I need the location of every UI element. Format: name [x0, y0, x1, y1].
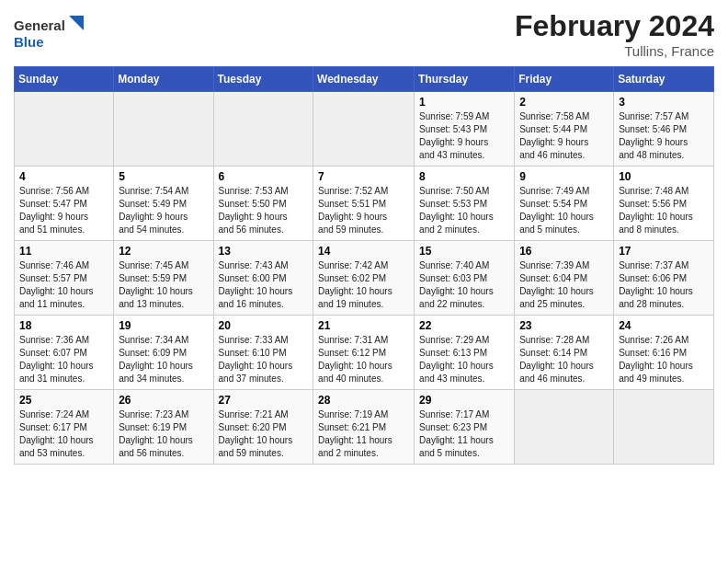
day-info: Sunrise: 7:33 AM Sunset: 6:10 PM Dayligh… — [219, 334, 309, 385]
day-cell: 14Sunrise: 7:42 AM Sunset: 6:02 PM Dayli… — [313, 241, 415, 316]
day-cell: 3Sunrise: 7:57 AM Sunset: 5:46 PM Daylig… — [614, 92, 714, 167]
day-number: 13 — [219, 245, 309, 258]
col-header-saturday: Saturday — [614, 67, 714, 92]
day-cell: 9Sunrise: 7:49 AM Sunset: 5:54 PM Daylig… — [515, 167, 614, 241]
day-info: Sunrise: 7:43 AM Sunset: 6:00 PM Dayligh… — [219, 259, 309, 311]
day-number: 26 — [119, 394, 208, 407]
day-number: 24 — [619, 319, 709, 332]
day-number: 19 — [119, 319, 208, 332]
day-number: 21 — [318, 319, 409, 332]
day-info: Sunrise: 7:50 AM Sunset: 5:53 PM Dayligh… — [419, 185, 509, 236]
page-header: GeneralBlue February 2024 Tullins, Franc… — [14, 9, 714, 59]
day-cell — [114, 92, 213, 167]
day-cell: 5Sunrise: 7:54 AM Sunset: 5:49 PM Daylig… — [114, 167, 213, 241]
day-cell: 2Sunrise: 7:58 AM Sunset: 5:44 PM Daylig… — [515, 92, 614, 167]
day-info: Sunrise: 7:40 AM Sunset: 6:03 PM Dayligh… — [419, 259, 509, 311]
week-row-4: 18Sunrise: 7:36 AM Sunset: 6:07 PM Dayli… — [15, 316, 714, 390]
day-cell: 25Sunrise: 7:24 AM Sunset: 6:17 PM Dayli… — [15, 390, 114, 465]
day-info: Sunrise: 7:45 AM Sunset: 5:59 PM Dayligh… — [119, 259, 208, 311]
day-cell: 4Sunrise: 7:56 AM Sunset: 5:47 PM Daylig… — [15, 167, 114, 241]
day-cell: 28Sunrise: 7:19 AM Sunset: 6:21 PM Dayli… — [313, 390, 415, 465]
col-header-sunday: Sunday — [15, 67, 114, 92]
day-number: 8 — [419, 170, 509, 183]
day-info: Sunrise: 7:42 AM Sunset: 6:02 PM Dayligh… — [318, 259, 409, 311]
day-number: 6 — [219, 170, 309, 183]
day-info: Sunrise: 7:56 AM Sunset: 5:47 PM Dayligh… — [19, 185, 108, 236]
day-number: 29 — [419, 394, 509, 407]
day-cell: 21Sunrise: 7:31 AM Sunset: 6:12 PM Dayli… — [313, 316, 415, 390]
day-info: Sunrise: 7:19 AM Sunset: 6:21 PM Dayligh… — [318, 408, 409, 460]
day-number: 9 — [519, 170, 609, 183]
day-number: 25 — [19, 394, 108, 407]
week-row-2: 4Sunrise: 7:56 AM Sunset: 5:47 PM Daylig… — [15, 167, 714, 241]
day-info: Sunrise: 7:29 AM Sunset: 6:13 PM Dayligh… — [419, 334, 509, 385]
col-header-monday: Monday — [114, 67, 213, 92]
day-info: Sunrise: 7:28 AM Sunset: 6:14 PM Dayligh… — [519, 334, 609, 385]
col-header-tuesday: Tuesday — [213, 67, 313, 92]
day-number: 23 — [519, 319, 609, 332]
day-cell — [213, 92, 313, 167]
day-info: Sunrise: 7:17 AM Sunset: 6:23 PM Dayligh… — [419, 408, 509, 460]
day-info: Sunrise: 7:53 AM Sunset: 5:50 PM Dayligh… — [219, 185, 309, 236]
week-row-3: 11Sunrise: 7:46 AM Sunset: 5:57 PM Dayli… — [15, 241, 714, 316]
calendar-header-row: SundayMondayTuesdayWednesdayThursdayFrid… — [15, 67, 714, 92]
day-cell: 10Sunrise: 7:48 AM Sunset: 5:56 PM Dayli… — [614, 167, 714, 241]
day-cell: 19Sunrise: 7:34 AM Sunset: 6:09 PM Dayli… — [114, 316, 213, 390]
day-number: 18 — [19, 319, 108, 332]
day-number: 20 — [219, 319, 309, 332]
day-number: 1 — [419, 96, 509, 109]
svg-text:Blue: Blue — [14, 34, 44, 50]
day-cell: 7Sunrise: 7:52 AM Sunset: 5:51 PM Daylig… — [313, 167, 415, 241]
day-info: Sunrise: 7:31 AM Sunset: 6:12 PM Dayligh… — [318, 334, 409, 385]
day-cell: 12Sunrise: 7:45 AM Sunset: 5:59 PM Dayli… — [114, 241, 213, 316]
day-cell — [515, 390, 614, 465]
location: Tullins, France — [515, 43, 714, 59]
day-number: 10 — [619, 170, 709, 183]
day-number: 17 — [619, 245, 709, 258]
day-info: Sunrise: 7:34 AM Sunset: 6:09 PM Dayligh… — [119, 334, 208, 385]
day-info: Sunrise: 7:54 AM Sunset: 5:49 PM Dayligh… — [119, 185, 208, 236]
day-number: 14 — [318, 245, 409, 258]
day-info: Sunrise: 7:36 AM Sunset: 6:07 PM Dayligh… — [19, 334, 108, 385]
title-area: February 2024 Tullins, France — [515, 9, 714, 59]
day-cell: 20Sunrise: 7:33 AM Sunset: 6:10 PM Dayli… — [213, 316, 313, 390]
svg-text:General: General — [14, 17, 65, 33]
day-info: Sunrise: 7:57 AM Sunset: 5:46 PM Dayligh… — [619, 110, 709, 162]
day-cell: 22Sunrise: 7:29 AM Sunset: 6:13 PM Dayli… — [415, 316, 515, 390]
day-cell: 15Sunrise: 7:40 AM Sunset: 6:03 PM Dayli… — [415, 241, 515, 316]
day-number: 11 — [19, 245, 108, 258]
day-info: Sunrise: 7:46 AM Sunset: 5:57 PM Dayligh… — [19, 259, 108, 311]
day-cell: 11Sunrise: 7:46 AM Sunset: 5:57 PM Dayli… — [15, 241, 114, 316]
day-number: 15 — [419, 245, 509, 258]
day-cell: 29Sunrise: 7:17 AM Sunset: 6:23 PM Dayli… — [415, 390, 515, 465]
day-number: 3 — [619, 96, 709, 109]
day-number: 28 — [318, 394, 409, 407]
day-cell: 24Sunrise: 7:26 AM Sunset: 6:16 PM Dayli… — [614, 316, 714, 390]
day-info: Sunrise: 7:58 AM Sunset: 5:44 PM Dayligh… — [519, 110, 609, 162]
day-info: Sunrise: 7:37 AM Sunset: 6:06 PM Dayligh… — [619, 259, 709, 311]
logo-svg: GeneralBlue — [14, 14, 87, 51]
day-cell: 16Sunrise: 7:39 AM Sunset: 6:04 PM Dayli… — [515, 241, 614, 316]
week-row-5: 25Sunrise: 7:24 AM Sunset: 6:17 PM Dayli… — [15, 390, 714, 465]
day-info: Sunrise: 7:48 AM Sunset: 5:56 PM Dayligh… — [619, 185, 709, 236]
day-info: Sunrise: 7:49 AM Sunset: 5:54 PM Dayligh… — [519, 185, 609, 236]
day-cell: 1Sunrise: 7:59 AM Sunset: 5:43 PM Daylig… — [415, 92, 515, 167]
day-cell: 18Sunrise: 7:36 AM Sunset: 6:07 PM Dayli… — [15, 316, 114, 390]
day-info: Sunrise: 7:21 AM Sunset: 6:20 PM Dayligh… — [219, 408, 309, 460]
day-info: Sunrise: 7:26 AM Sunset: 6:16 PM Dayligh… — [619, 334, 709, 385]
col-header-friday: Friday — [515, 67, 614, 92]
day-info: Sunrise: 7:23 AM Sunset: 6:19 PM Dayligh… — [119, 408, 208, 460]
day-number: 27 — [219, 394, 309, 407]
svg-marker-2 — [69, 16, 84, 30]
day-info: Sunrise: 7:24 AM Sunset: 6:17 PM Dayligh… — [19, 408, 108, 460]
month-title: February 2024 — [515, 9, 714, 43]
day-info: Sunrise: 7:39 AM Sunset: 6:04 PM Dayligh… — [519, 259, 609, 311]
day-cell: 27Sunrise: 7:21 AM Sunset: 6:20 PM Dayli… — [213, 390, 313, 465]
col-header-thursday: Thursday — [415, 67, 515, 92]
calendar-table: SundayMondayTuesdayWednesdayThursdayFrid… — [14, 66, 714, 465]
col-header-wednesday: Wednesday — [313, 67, 415, 92]
day-cell — [15, 92, 114, 167]
day-cell: 17Sunrise: 7:37 AM Sunset: 6:06 PM Dayli… — [614, 241, 714, 316]
day-number: 22 — [419, 319, 509, 332]
day-cell — [313, 92, 415, 167]
